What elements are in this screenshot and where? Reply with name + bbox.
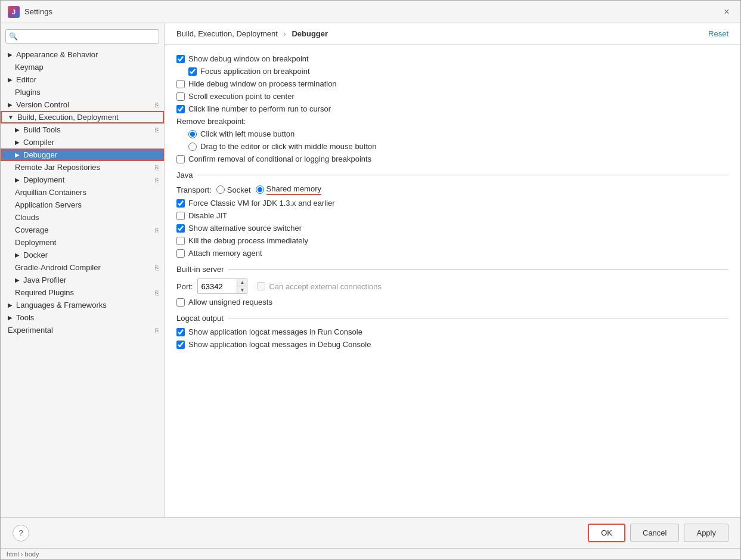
cancel-button[interactable]: Cancel [630, 524, 679, 542]
nav-arrow-editor: ▶ [8, 76, 13, 83]
show-logcat-debug-row: Show application logcat messages in Debu… [176, 340, 728, 349]
attach-memory-checkbox[interactable] [176, 249, 185, 258]
remove-click-left-radio[interactable] [188, 130, 197, 138]
socket-option: Socket [216, 185, 251, 194]
sidebar-item-app-servers[interactable]: Application Servers [1, 199, 164, 211]
sidebar-item-deployment2[interactable]: Deployment [1, 236, 164, 249]
shared-memory-radio[interactable] [256, 185, 264, 194]
sidebar-item-plugins[interactable]: Plugins [1, 86, 164, 98]
logcat-section-label: Logcat output [176, 314, 224, 323]
nav-arrow-debugger: ▶ [15, 151, 20, 158]
main-panel: Build, Execution, Deployment › Debugger … [165, 23, 740, 517]
sidebar-item-remote-jar[interactable]: Remote Jar Repositories⎘ [1, 161, 164, 174]
logcat-section: Logcat output [176, 314, 728, 323]
sidebar-item-compiler[interactable]: ▶Compiler [1, 136, 164, 148]
show-alternative-checkbox[interactable] [176, 224, 185, 233]
show-logcat-run-label: Show application logcat messages in Run … [188, 327, 362, 336]
search-icon: 🔍 [9, 32, 18, 41]
sidebar-item-required-plugins[interactable]: Required Plugins⎘ [1, 286, 164, 299]
transport-label: Transport: [176, 185, 212, 194]
sidebar-item-clouds[interactable]: Clouds [1, 211, 164, 224]
settings-dialog: J Settings × 🔍 ▶Appearance & BehaviorKey… [0, 0, 741, 560]
bottom-bar: ? OK Cancel Apply [1, 517, 740, 548]
sidebar-item-deployment[interactable]: ▶Deployment⎘ [1, 174, 164, 186]
hide-debug-window-checkbox[interactable] [176, 80, 185, 88]
nav-arrow-version-control: ▶ [8, 101, 13, 108]
show-logcat-run-checkbox[interactable] [176, 328, 185, 336]
focus-application-row: Focus application on breakpoint [176, 67, 728, 76]
nav-arrow-languages: ▶ [8, 302, 13, 308]
close-button[interactable]: × [720, 5, 733, 18]
port-increment-button[interactable]: ▲ [237, 279, 247, 286]
sidebar-item-build-execution[interactable]: ▼Build, Execution, Deployment [1, 111, 164, 123]
force-classic-vm-row: Force Classic VM for JDK 1.3.x and earli… [176, 199, 728, 208]
sidebar-item-languages[interactable]: ▶Languages & Frameworks [1, 299, 164, 311]
nav-label-gradle-android: Gradle-Android Compiler [15, 263, 101, 272]
scroll-execution-checkbox[interactable] [176, 92, 185, 101]
content-area: 🔍 ▶Appearance & BehaviorKeymap▶EditorPlu… [1, 23, 740, 517]
show-logcat-debug-checkbox[interactable] [176, 341, 185, 349]
port-decrement-button[interactable]: ▼ [237, 286, 247, 293]
ok-button[interactable]: OK [588, 524, 625, 542]
nav-arrow-build-tools: ▶ [15, 126, 20, 133]
can-accept-checkbox[interactable] [257, 282, 265, 290]
show-debug-window-checkbox[interactable] [176, 55, 185, 63]
sidebar-item-editor[interactable]: ▶Editor [1, 73, 164, 86]
allow-unsigned-row: Allow unsigned requests [176, 298, 728, 307]
logcat-section-line [228, 318, 728, 318]
search-box: 🔍 [5, 29, 159, 44]
port-input[interactable] [198, 280, 237, 293]
allow-unsigned-checkbox[interactable] [176, 298, 185, 307]
nav-label-editor: Editor [16, 75, 36, 84]
java-section-label: Java [176, 171, 193, 180]
reset-link[interactable]: Reset [708, 29, 728, 38]
sidebar-item-docker[interactable]: ▶Docker [1, 249, 164, 261]
sidebar-item-keymap[interactable]: Keymap [1, 61, 164, 73]
sidebar-item-gradle-android[interactable]: Gradle-Android Compiler⎘ [1, 261, 164, 274]
app-icon: J [8, 6, 20, 18]
remove-confirm-checkbox[interactable] [176, 155, 185, 163]
port-input-wrap: ▲ ▼ [197, 279, 247, 294]
click-line-number-checkbox[interactable] [176, 105, 185, 113]
sidebar-item-java-profiler[interactable]: ▶Java Profiler [1, 274, 164, 286]
nav-arrow-java-profiler: ▶ [15, 277, 20, 283]
remove-drag-row: Drag to the editor or click with middle … [176, 142, 728, 151]
sidebar-item-arquillian[interactable]: Arquillian Containers [1, 186, 164, 199]
copy-icon-gradle-android: ⎘ [155, 264, 159, 271]
apply-button[interactable]: Apply [684, 524, 728, 542]
show-logcat-run-row: Show application logcat messages in Run … [176, 327, 728, 336]
hide-debug-window-label: Hide debug window on process termination [188, 79, 337, 88]
focus-application-label: Focus application on breakpoint [200, 67, 310, 76]
nav-label-docker: Docker [23, 250, 48, 259]
nav-label-coverage: Coverage [15, 225, 48, 234]
kill-debug-checkbox[interactable] [176, 237, 185, 245]
breadcrumb-prefix: Build, Execution, Deployment [176, 29, 278, 38]
scroll-execution-row: Scroll execution point to center [176, 92, 728, 101]
panel-header: Build, Execution, Deployment › Debugger … [165, 23, 740, 45]
search-input[interactable] [5, 29, 159, 44]
remove-breakpoint-label: Remove breakpoint: [176, 117, 246, 126]
sidebar-item-experimental[interactable]: Experimental⎘ [1, 324, 164, 336]
port-row: Port: ▲ ▼ Can accept external connection… [176, 279, 728, 294]
focus-application-checkbox[interactable] [188, 67, 197, 76]
sidebar-item-version-control[interactable]: ▶Version Control⎘ [1, 98, 164, 111]
copy-icon-deployment: ⎘ [155, 177, 159, 184]
nav-arrow-compiler: ▶ [15, 139, 20, 146]
nav-arrow-tools: ▶ [8, 314, 13, 321]
panel-content: Show debug window on breakpoint Focus ap… [165, 45, 740, 517]
sidebar-item-appearance[interactable]: ▶Appearance & Behavior [1, 48, 164, 61]
copy-icon-required-plugins: ⎘ [155, 289, 159, 296]
java-section: Java [176, 171, 728, 180]
sidebar-item-debugger[interactable]: ▶Debugger [1, 148, 164, 161]
remove-drag-radio[interactable] [188, 143, 197, 151]
sidebar: 🔍 ▶Appearance & BehaviorKeymap▶EditorPlu… [1, 23, 165, 517]
nav-label-keymap: Keymap [15, 63, 44, 72]
sidebar-item-coverage[interactable]: Coverage⎘ [1, 224, 164, 236]
socket-radio[interactable] [216, 185, 225, 194]
breadcrumb-separator: › [283, 29, 286, 38]
force-classic-vm-checkbox[interactable] [176, 199, 185, 208]
help-button[interactable]: ? [13, 525, 29, 542]
disable-jit-checkbox[interactable] [176, 212, 185, 220]
sidebar-item-build-tools[interactable]: ▶Build Tools⎘ [1, 123, 164, 136]
sidebar-item-tools[interactable]: ▶Tools [1, 311, 164, 324]
